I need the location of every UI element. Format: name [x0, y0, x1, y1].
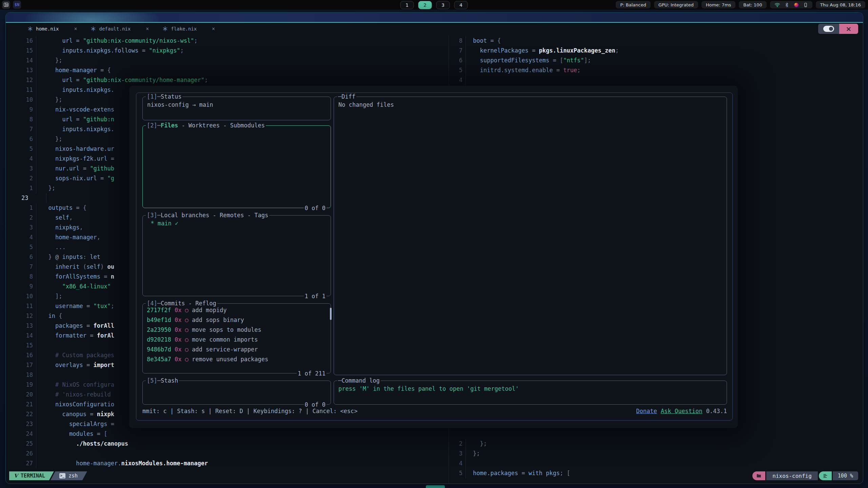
code-token: { [59, 312, 62, 319]
workspace-button-3[interactable]: 3 [436, 1, 450, 9]
view-toggle[interactable] [818, 24, 839, 34]
panel-stash[interactable]: [5]─Stash 0 of 0 [142, 381, 331, 405]
line-number: 26 [11, 449, 36, 459]
code-line: 5home.packages = with pkgs; [ [449, 468, 570, 478]
ask-question-link[interactable]: Ask Question [661, 406, 703, 416]
window-header[interactable] [6, 13, 863, 23]
commit-graph-icon: ○ [185, 307, 192, 313]
panel-title-segment: [2]─ [147, 122, 161, 129]
code-token: = [139, 47, 149, 54]
code-token: ... [41, 244, 66, 250]
launcher-button[interactable] [2, 1, 10, 9]
gpu-label: GPU: Integrated [658, 2, 694, 7]
code-token: nur.url [41, 165, 80, 172]
code-token: }; [41, 185, 55, 191]
code-line: 8boot = { [449, 36, 619, 46]
code-text: username = "tux"; [41, 301, 114, 311]
commit-row[interactable]: b49ef1d 0x ○ add sops binary [147, 315, 331, 325]
panel-branches[interactable]: [3]─Local branches - Remotes - Tags * ma… [142, 215, 331, 296]
tab-close-icon[interactable]: × [212, 26, 215, 32]
line-number: 21 [11, 400, 36, 409]
code-line: 4 [449, 75, 619, 85]
right-pane-bottom-lines: 2 };3};45home.packages = with pkgs; [ [449, 439, 570, 478]
window-close-button[interactable]: × [839, 24, 858, 34]
tab-flake-nix[interactable]: flake.nix× [156, 23, 222, 35]
code-token: : [83, 253, 86, 260]
commit-message: add service-wrapper [192, 346, 258, 353]
shell-label: zsh [68, 473, 78, 479]
code-token: nixosConfiguratio [41, 401, 114, 408]
vim-icon: V [14, 473, 18, 479]
line-number: 19 [11, 380, 36, 390]
code-token: home-manager [41, 67, 97, 74]
code-text: inherit (self) ou [41, 262, 114, 272]
panel-command-log-title: ─Command log [337, 377, 381, 384]
code-token: outputs [41, 204, 73, 211]
code-token: with pkgs [529, 470, 560, 476]
code-text: formatter = forAl [41, 331, 114, 341]
battery-label: Bat: 100 [743, 2, 762, 7]
commit-row[interactable]: 8e345a7 0x ○ remove unused packages [147, 354, 331, 364]
panel-files[interactable]: [2]─Files - Worktrees - Submodules 0 of … [142, 125, 331, 208]
code-token: } [41, 253, 55, 260]
toggle-knob [829, 27, 833, 31]
line-number: 3 [11, 223, 36, 232]
workspace-button-4[interactable]: 4 [454, 1, 468, 9]
commit-hash: 9486b7d [147, 346, 175, 353]
commits-scrollbar-thumb[interactable] [330, 308, 332, 320]
night-light-icon[interactable] [793, 2, 799, 8]
code-token: = [73, 37, 83, 44]
code-text: nixpkgs, [41, 223, 83, 232]
panel-title-segment: Commits - Reflog [161, 300, 216, 307]
code-token: }; [41, 57, 62, 64]
panel-diff-title: ─Diff [337, 93, 356, 100]
code-token: = [518, 470, 529, 476]
workspace-label: 2 [423, 2, 427, 8]
line-number: 5 [11, 144, 36, 154]
commit-row[interactable]: d920218 0x ○ move common imports [147, 335, 331, 345]
clock-pill: Thu Aug 08, 18:16 [816, 1, 865, 8]
workspace-button-1[interactable]: 1 [400, 1, 414, 9]
workspace-switcher: 1 2 3 4 [400, 1, 468, 9]
commit-row[interactable]: 2a23950 0x ○ move sops to modules [147, 325, 331, 335]
battery-pill: Bat: 100 [739, 1, 766, 8]
topbar-status-group: P: Balanced GPU: Integrated Home: 7ms Ba… [616, 1, 865, 8]
commit-row[interactable]: 9486b7d 0x ○ add service-wrapper [147, 345, 331, 354]
code-token: ; [615, 47, 619, 54]
wifi-icon[interactable] [774, 2, 780, 8]
workspace-button-2[interactable]: 2 [418, 1, 432, 9]
code-text: }; [41, 95, 62, 105]
code-token: inputs.nixpkgs. [41, 86, 114, 93]
panel-command-log[interactable]: ─Command log press 'M' in the files pane… [334, 381, 727, 405]
tab-home-nix[interactable]: home.nix× [21, 23, 84, 35]
donate-link[interactable]: Donate [636, 406, 657, 416]
phone-icon[interactable] [803, 2, 808, 8]
tab-default-nix[interactable]: default.nix× [84, 23, 156, 35]
diff-content: No changed files [334, 97, 727, 110]
code-token: initrd.systemd.enable [473, 67, 553, 74]
code-line: 5 initrd.systemd.enable = true; [449, 65, 619, 75]
nix-shell-badge[interactable]: $N [13, 1, 21, 9]
code-token: # Custom packages [41, 352, 114, 359]
tab-close-icon[interactable]: × [146, 26, 149, 32]
statusbar-right: nixos-config 100 % [752, 471, 858, 480]
tab-close-icon[interactable]: × [74, 26, 77, 32]
panel-title-segment: ─ [338, 93, 341, 100]
code-text: home-manager = { [41, 65, 111, 75]
commits-count: 1 of 211 [297, 370, 327, 377]
tab-label: default.nix [99, 26, 131, 32]
code-token: = [73, 116, 83, 123]
code-token: inputs.nixpkgs. [41, 126, 114, 133]
code-token: "github:nix-community/nixos-wsl" [83, 37, 194, 44]
panel-diff[interactable]: ─Diff No changed files [334, 97, 727, 375]
panel-commits[interactable]: [4]─Commits - Reflog 2717f2f 0x ○ add mo… [142, 303, 331, 373]
line-number: 5 [449, 468, 466, 478]
code-text: modules = [ [41, 429, 107, 439]
bluetooth-icon[interactable] [784, 2, 789, 8]
code-text: initrd.systemd.enable = true; [473, 65, 580, 75]
panel-status[interactable]: [1]─Status nixos-config → main [142, 97, 331, 120]
code-token: [ [104, 430, 107, 437]
shell-tab-segment[interactable]: >_ zsh [51, 471, 87, 480]
code-text: in { [41, 311, 62, 321]
code-line: 4 [449, 459, 570, 468]
